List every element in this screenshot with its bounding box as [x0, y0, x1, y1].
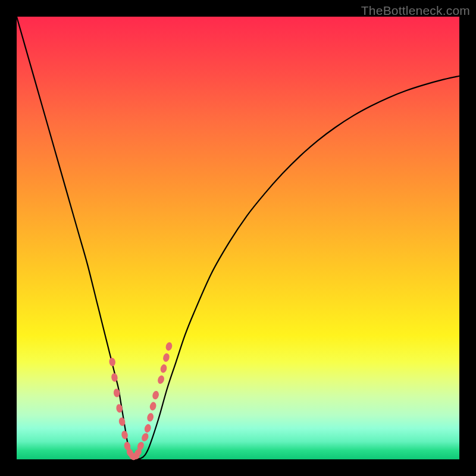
watermark-text: TheBottleneck.com [361, 4, 470, 18]
data-marker [162, 353, 170, 362]
bottleneck-curve [17, 17, 459, 459]
data-marker [143, 424, 152, 434]
data-marker [165, 342, 173, 351]
chart-svg [17, 17, 459, 459]
data-marker [146, 412, 154, 422]
data-marker [152, 390, 159, 400]
data-marker [156, 375, 165, 385]
data-marker [140, 432, 150, 443]
data-marker [149, 402, 156, 411]
data-marker [159, 364, 167, 373]
data-marker [109, 357, 116, 367]
plot-area [17, 17, 459, 459]
